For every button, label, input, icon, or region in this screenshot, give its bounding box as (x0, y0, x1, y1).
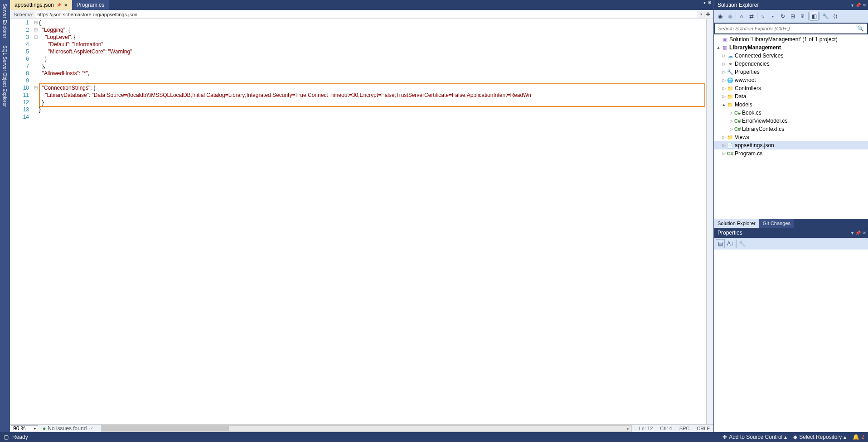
view-code-icon[interactable]: ⟨⟩ (831, 12, 840, 21)
csharp-file-icon: C# (734, 126, 741, 132)
solution-icon: ▣ (721, 37, 728, 43)
split-editor-icon[interactable]: ✚ (704, 11, 712, 18)
window-position-icon[interactable]: ▾ (851, 231, 853, 235)
add-source-control-button[interactable]: ✚ Add to Source Control ▴ (723, 434, 787, 440)
tree-item[interactable]: ▷📁Data (714, 92, 868, 101)
chevron-up-icon: ▴ (844, 434, 846, 440)
schema-dropdown-icon[interactable]: ▾ (698, 11, 704, 18)
document-tab[interactable]: Program.cs (72, 0, 109, 10)
expand-icon[interactable]: ▷ (721, 135, 727, 139)
expand-icon[interactable]: ▷ (728, 127, 734, 131)
expand-icon[interactable]: ▷ (721, 94, 727, 99)
repo-icon: ◆ (793, 434, 797, 440)
folder-icon: 📁 (727, 102, 734, 108)
solution-explorer-toolbar: ◉ ◉ ⌂ ⇄ ☼ ▾ ↻ ⊟ 🗎 ◧ 🔧 ⟨⟩ (714, 10, 868, 23)
plus-icon: ✚ (723, 434, 727, 440)
search-icon[interactable]: 🔍 (854, 25, 867, 32)
expand-icon[interactable]: ▷ (721, 143, 727, 148)
tab-git-changes[interactable]: Git Changes (759, 219, 794, 228)
issues-indicator[interactable]: ● No issues found (38, 425, 97, 432)
tree-item-label: Properties (734, 69, 760, 75)
alphabetical-icon[interactable]: A↓ (726, 239, 735, 248)
tree-item[interactable]: ▷C#Book.cs (714, 109, 868, 117)
tab-solution-explorer[interactable]: Solution Explorer (714, 219, 759, 228)
right-panel-tabs: Solution Explorer Git Changes (714, 219, 868, 228)
switch-views-icon[interactable]: ⇄ (747, 12, 756, 21)
properties-body (714, 250, 868, 432)
tree-item[interactable]: ▷📄appsettings.json (714, 141, 868, 149)
close-icon[interactable]: ✕ (64, 3, 68, 8)
close-icon[interactable]: ✕ (863, 3, 866, 8)
tree-item[interactable]: ▲▦LibraryManagement (714, 43, 868, 52)
tree-item[interactable]: ▷☁Connected Services (714, 52, 868, 60)
collapse-all-icon[interactable]: ⊟ (788, 12, 797, 21)
tree-item[interactable]: ▷🌐wwwroot (714, 76, 868, 84)
tree-item[interactable]: ▷🔧Properties (714, 68, 868, 76)
expand-icon[interactable]: ▷ (728, 110, 734, 115)
vertical-scrollbar[interactable] (706, 19, 713, 424)
tree-item[interactable]: ▷📁Controllers (714, 84, 868, 92)
expand-icon[interactable]: ▷ (721, 86, 727, 91)
server-explorer-tab[interactable]: Server Explorer (2, 0, 8, 42)
csharp-file-icon: C# (734, 110, 741, 115)
schema-input[interactable] (35, 11, 698, 18)
properties-icon[interactable]: 🔧 (821, 12, 830, 21)
notifications-button[interactable]: 🔔 2 (853, 434, 864, 440)
tree-item[interactable]: ▣Solution 'LibraryManagement' (1 of 1 pr… (714, 35, 868, 43)
expand-icon[interactable]: ▷ (721, 78, 727, 82)
expand-icon[interactable]: ▷ (721, 151, 727, 156)
property-pages-icon[interactable]: 🔧 (737, 239, 747, 248)
tree-item[interactable]: ▷📁Views (714, 133, 868, 141)
expand-icon[interactable]: ▲ (721, 102, 727, 107)
forward-icon[interactable]: ◉ (726, 12, 735, 21)
tree-item-label: appsettings.json (734, 142, 774, 149)
document-tab[interactable]: appsettings.json📌✕ (10, 0, 72, 10)
sql-server-object-explorer-tab[interactable]: SQL Server Object Explorer (2, 42, 8, 110)
tree-item[interactable]: ▲📁Models (714, 101, 868, 109)
home-icon[interactable]: ⌂ (737, 12, 746, 21)
back-icon[interactable]: ◉ (716, 12, 725, 21)
close-icon[interactable]: ✕ (863, 231, 866, 235)
expand-icon[interactable]: ▲ (716, 45, 721, 50)
pin-icon[interactable]: 📌 (57, 3, 61, 7)
scroll-thumb[interactable] (102, 426, 228, 431)
pin-icon[interactable]: 📌 (855, 231, 861, 235)
filter-dropdown-icon[interactable]: ▾ (768, 12, 777, 21)
cursor-line: Ln: 12 (635, 426, 657, 431)
expand-icon[interactable]: ▷ (728, 119, 734, 123)
folder-icon: 📁 (727, 86, 734, 91)
select-repository-button[interactable]: ◆ Select Repository ▴ (793, 434, 846, 440)
expand-icon[interactable]: ▷ (721, 62, 727, 66)
window-position-icon[interactable]: ▾ (851, 3, 853, 8)
solution-tree[interactable]: ▣Solution 'LibraryManagement' (1 of 1 pr… (714, 34, 868, 219)
output-window-icon[interactable]: ▢ (4, 434, 9, 440)
expand-icon[interactable]: ▷ (721, 53, 727, 58)
tree-item[interactable]: ▷C#ErrorViewModel.cs (714, 117, 868, 125)
tree-item[interactable]: ▷C#Program.cs (714, 149, 868, 158)
sync-icon[interactable]: ↻ (778, 12, 787, 21)
tree-item-label: ErrorViewModel.cs (741, 118, 787, 124)
horizontal-scrollbar[interactable]: ◂ ▸ (101, 425, 631, 432)
tab-gear-icon[interactable]: ⚙ (708, 0, 712, 5)
code-editor[interactable]: 1234567891011121314 ⊟⊟⊟⊟ { "Logging": { … (10, 19, 713, 424)
tree-item-label: Program.cs (734, 150, 762, 157)
preview-selected-icon[interactable]: ◧ (810, 12, 819, 21)
properties-header: Properties ▾ 📌 ✕ (714, 228, 868, 238)
pin-icon[interactable]: 📌 (855, 3, 861, 8)
scroll-right-icon[interactable]: ▸ (625, 426, 631, 431)
zoom-select[interactable]: 90 %▾ (11, 425, 38, 432)
tree-item[interactable]: ▷C#LibraryContext.cs (714, 125, 868, 133)
search-input[interactable] (715, 26, 854, 31)
pending-changes-filter-icon[interactable]: ☼ (758, 12, 767, 21)
globe-icon: 🌐 (727, 77, 734, 83)
insert-mode: SPC (676, 426, 693, 431)
tab-dropdown-icon[interactable]: ▾ (703, 0, 706, 5)
expand-icon[interactable]: ▷ (721, 70, 727, 74)
tree-item[interactable]: ▷⚭Dependencies (714, 60, 868, 68)
solution-explorer-search[interactable]: 🔍 (715, 24, 867, 34)
document-tab-bar: appsettings.json📌✕Program.cs ▾ ⚙ (10, 0, 713, 10)
categorized-icon[interactable]: ▤ (716, 239, 725, 248)
show-all-files-icon[interactable]: 🗎 (798, 12, 807, 21)
left-tool-sidebar: Server Explorer SQL Server Object Explor… (0, 0, 10, 432)
folder-icon: 📁 (727, 135, 734, 140)
